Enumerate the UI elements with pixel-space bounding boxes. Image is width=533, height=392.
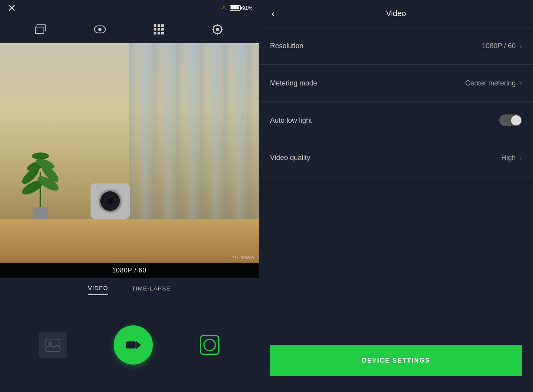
svg-point-1 xyxy=(216,28,219,31)
resolution-label: Resolution xyxy=(270,42,303,50)
layers-button[interactable] xyxy=(33,21,50,38)
resolution-bar: 1080P / 60 xyxy=(0,263,259,278)
settings-button[interactable] xyxy=(209,21,226,38)
bottom-actions: DEVICE SETTINGS xyxy=(259,337,533,392)
grid-button[interactable] xyxy=(150,21,167,38)
watermark-text: YI Camera xyxy=(232,255,254,260)
time-stamp-setting[interactable]: Time stamp Turn OFF › xyxy=(259,176,533,182)
svg-rect-4 xyxy=(212,29,214,30)
settings-list: Resolution 1080P / 60 › Metering mode Ce… xyxy=(259,27,533,182)
status-right: ⚠ 91% xyxy=(221,4,252,12)
camera-view-panel: ⚠ 91% xyxy=(0,0,259,392)
svg-rect-2 xyxy=(217,24,218,26)
svg-rect-3 xyxy=(217,33,218,34)
back-button[interactable]: ‹ xyxy=(268,5,278,22)
video-quality-label: Video quality xyxy=(270,154,310,162)
lens-button[interactable] xyxy=(91,21,109,38)
camera-viewfinder: YI Camera xyxy=(0,43,259,263)
video-settings-panel: ‹ Video Resolution 1080P / 60 › Metering… xyxy=(259,0,533,392)
svg-point-17 xyxy=(32,152,49,160)
svg-rect-5 xyxy=(221,29,223,30)
settings-header: ‹ Video xyxy=(259,0,533,27)
auto-low-light-setting[interactable]: Auto low light xyxy=(259,102,533,139)
plant-decoration xyxy=(13,140,68,219)
resolution-chevron: › xyxy=(520,42,522,50)
camera-subject xyxy=(91,183,130,219)
status-bar: ⚠ 91% xyxy=(0,0,259,16)
metering-mode-value: Center metering › xyxy=(465,79,522,87)
battery-percent: 91% xyxy=(242,5,252,11)
video-quality-value: High › xyxy=(501,154,522,162)
video-quality-setting[interactable]: Video quality High › xyxy=(259,139,533,176)
metering-mode-label: Metering mode xyxy=(270,79,317,87)
svg-rect-18 xyxy=(33,207,48,219)
auto-low-light-toggle[interactable] xyxy=(499,114,522,126)
resolution-display: 1080P / 60 xyxy=(112,267,146,274)
tab-video[interactable]: VIDEO xyxy=(88,281,109,295)
battery-icon xyxy=(230,5,241,11)
close-button[interactable] xyxy=(6,2,17,13)
resolution-value: 1080P / 60 › xyxy=(482,42,522,50)
svg-rect-19 xyxy=(46,339,60,351)
mode-tabs: VIDEO TIME-LAPSE xyxy=(0,278,259,298)
svg-rect-21 xyxy=(126,341,136,348)
panel-title: Video xyxy=(386,9,406,18)
tab-timelapse[interactable]: TIME-LAPSE xyxy=(132,282,170,295)
svg-marker-22 xyxy=(136,341,141,349)
gallery-button[interactable] xyxy=(39,332,67,358)
toggle-knob xyxy=(511,115,521,125)
record-button[interactable] xyxy=(114,325,153,365)
metering-mode-chevron: › xyxy=(520,79,522,87)
warning-icon: ⚠ xyxy=(221,4,227,12)
resolution-setting[interactable]: Resolution 1080P / 60 › xyxy=(259,27,533,65)
video-quality-chevron: › xyxy=(520,154,522,162)
device-settings-button[interactable]: DEVICE SETTINGS xyxy=(270,345,522,376)
device-settings-label: DEVICE SETTINGS xyxy=(362,357,430,364)
metering-mode-setting[interactable]: Metering mode Center metering › xyxy=(259,65,533,102)
snapshot-button[interactable] xyxy=(200,335,219,355)
camera-toolbar xyxy=(0,16,259,43)
auto-low-light-label: Auto low light xyxy=(270,116,312,125)
camera-controls xyxy=(0,298,259,392)
battery-container: 91% xyxy=(230,5,252,11)
